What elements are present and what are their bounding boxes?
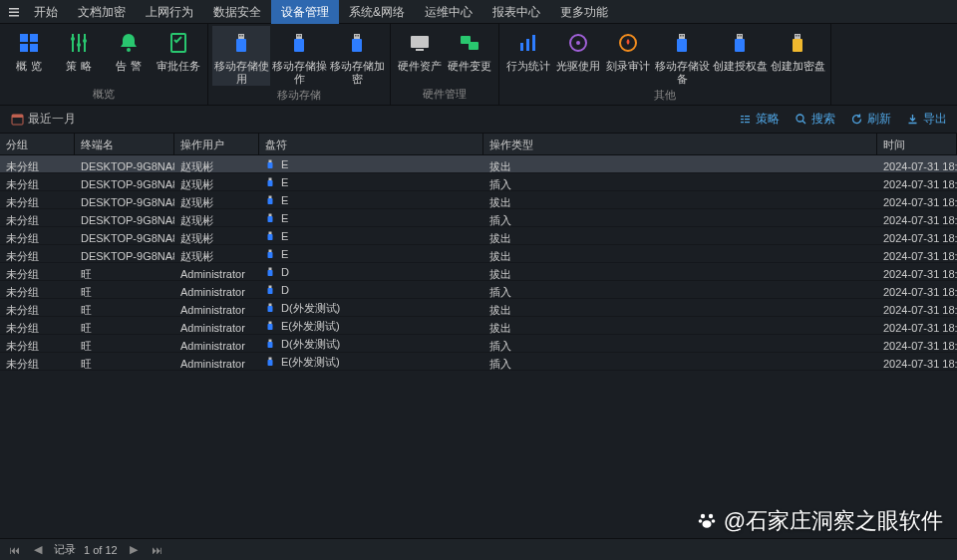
ribbon-create-encdisk[interactable]: 创建加密盘 (769, 26, 826, 86)
menu-item-3[interactable]: 数据安全 (203, 0, 271, 24)
table-row[interactable]: 未分组DESKTOP-9G8NA80赵现彬E拔出2024-07-31 18:56… (0, 227, 957, 245)
table-row[interactable]: 未分组旺AdministratorE(外发测试)拔出2024-07-31 18:… (0, 317, 957, 335)
refresh-icon (849, 113, 863, 127)
menu-item-6[interactable]: 运维中心 (415, 0, 482, 24)
strategy-icon (738, 113, 752, 127)
cell-time: 2024-07-31 18:56:38 (877, 173, 957, 190)
filter-toolbar: 最近一月 策略 搜索 刷新 导出 (0, 106, 957, 134)
svg-rect-66 (268, 216, 273, 222)
svg-rect-33 (532, 35, 535, 51)
menu-item-2[interactable]: 上网行为 (136, 0, 203, 24)
calendar-icon (10, 113, 24, 127)
svg-rect-72 (268, 270, 273, 276)
ribbon-label: 告 警 (116, 60, 141, 73)
svg-rect-19 (296, 34, 302, 39)
strategy-link[interactable]: 策略 (738, 111, 780, 128)
svg-rect-37 (679, 34, 685, 39)
ribbon-ms-usage[interactable]: 移动存储使用 (212, 26, 270, 86)
nav-first[interactable]: ⏮ (6, 542, 22, 558)
usb-icon (265, 213, 275, 223)
table-row[interactable]: 未分组旺AdministratorD(外发测试)插入2024-07-31 18:… (0, 335, 957, 353)
menu-item-8[interactable]: 更多功能 (550, 0, 618, 24)
menu-item-4[interactable]: 设备管理 (271, 0, 339, 24)
ribbon-label: 移动存储设备 (653, 60, 711, 86)
ribbon-ms-device[interactable]: 移动存储设备 (653, 26, 711, 86)
table-row[interactable]: 未分组DESKTOP-9G8NA80赵现彬E插入2024-07-31 18:56… (0, 209, 957, 227)
strategy-icon (66, 30, 92, 56)
date-filter[interactable]: 最近一月 (10, 111, 76, 128)
cell-disk: E (259, 173, 483, 190)
table-row[interactable]: 未分组DESKTOP-9G8NA80赵现彬E拔出2024-07-31 18:56… (0, 191, 957, 209)
table-row[interactable]: 未分组旺AdministratorD拔出2024-07-31 18:54:12 (0, 263, 957, 281)
col-group[interactable]: 分组 (0, 134, 75, 154)
svg-rect-26 (358, 35, 360, 37)
col-terminal[interactable]: 终端名 (75, 134, 174, 154)
cell-disk: E (259, 227, 483, 244)
ribbon-label: 刻录审计 (606, 60, 650, 73)
cell-op: 拔出 (483, 317, 877, 334)
svg-rect-14 (171, 34, 185, 52)
table-row[interactable]: 未分组DESKTOP-9G8NA80赵现彬E拔出2024-07-31 18:56… (0, 245, 957, 263)
svg-point-35 (576, 41, 580, 45)
col-op[interactable]: 操作类型 (483, 134, 877, 154)
ribbon-ms-operate[interactable]: 移动存储操作 (270, 26, 328, 86)
table-row[interactable]: 未分组旺AdministratorE(外发测试)插入2024-07-31 18:… (0, 353, 957, 371)
table-row[interactable]: 未分组DESKTOP-9G8NA80赵现彬E插入2024-07-31 18:56… (0, 173, 957, 191)
svg-rect-24 (352, 39, 362, 52)
ribbon-ms-encrypt[interactable]: 移动存储加密 (328, 26, 386, 86)
svg-rect-25 (355, 35, 357, 37)
ribbon-behavior-stat[interactable]: 行为统计 (503, 26, 553, 86)
svg-rect-39 (680, 35, 682, 37)
col-time[interactable]: 时间 (877, 134, 957, 154)
svg-rect-23 (354, 34, 360, 39)
refresh-label: 刷新 (867, 111, 891, 128)
ribbon-hw-change[interactable]: 硬件变更 (445, 26, 494, 85)
svg-point-84 (708, 514, 712, 518)
cell-group: 未分组 (0, 209, 75, 226)
table-row[interactable]: 未分组旺AdministratorD(外发测试)拔出2024-07-31 18:… (0, 299, 957, 317)
svg-rect-64 (268, 198, 273, 204)
cell-group: 未分组 (0, 155, 75, 172)
ribbon-audit-task[interactable]: 审批任务 (154, 26, 203, 85)
record-label: 记录 (54, 542, 76, 557)
ribbon-overview[interactable]: 概 览 (4, 26, 54, 85)
burn-audit-icon (615, 30, 641, 56)
ribbon-burn-audit[interactable]: 刻录审计 (603, 26, 653, 86)
cell-op: 拔出 (483, 155, 877, 172)
menu-item-1[interactable]: 文档加密 (68, 0, 136, 24)
svg-rect-18 (242, 35, 244, 37)
table-row[interactable]: 未分组旺AdministratorD插入2024-07-31 18:54:10 (0, 281, 957, 299)
nav-last[interactable]: ⏭ (150, 542, 165, 558)
strategy-label: 策略 (756, 111, 780, 128)
ribbon-strategy[interactable]: 策 略 (54, 26, 104, 85)
col-user[interactable]: 操作用户 (174, 134, 259, 154)
ms-encrypt-icon (344, 30, 370, 56)
behavior-stat-icon (515, 30, 541, 56)
cell-terminal: DESKTOP-9G8NA80 (75, 173, 174, 190)
ribbon-cd-usage[interactable]: 光驱使用 (553, 26, 603, 86)
menu-item-7[interactable]: 报表中心 (482, 0, 550, 24)
svg-point-86 (711, 519, 715, 523)
search-link[interactable]: 搜索 (794, 111, 835, 128)
svg-rect-70 (268, 252, 273, 258)
ribbon-label: 审批任务 (157, 60, 200, 73)
ribbon-alert[interactable]: 告 警 (104, 26, 154, 85)
table-row[interactable]: 未分组DESKTOP-9G8NA80赵现彬E拔出2024-07-31 18:56… (0, 155, 957, 173)
alert-icon (116, 30, 142, 56)
nav-prev[interactable]: ◀ (30, 542, 46, 558)
cell-terminal: DESKTOP-9G8NA80 (75, 155, 174, 172)
ms-operate-icon (286, 30, 312, 56)
app-menu-icon[interactable] (4, 5, 24, 19)
cell-terminal: 旺 (75, 317, 174, 334)
ms-usage-icon (228, 30, 254, 56)
ribbon-label: 光驱使用 (556, 60, 600, 73)
nav-next[interactable]: ▶ (126, 542, 142, 558)
menu-item-0[interactable]: 开始 (24, 0, 68, 24)
ribbon-hw-asset[interactable]: 硬件资产 (395, 26, 445, 85)
refresh-link[interactable]: 刷新 (849, 111, 891, 128)
svg-rect-45 (795, 34, 800, 39)
col-disk[interactable]: 盘符 (259, 134, 483, 154)
export-link[interactable]: 导出 (905, 111, 947, 128)
menu-item-5[interactable]: 系统&网络 (339, 0, 415, 24)
ribbon-create-authdisk[interactable]: 创建授权盘 (711, 26, 769, 86)
